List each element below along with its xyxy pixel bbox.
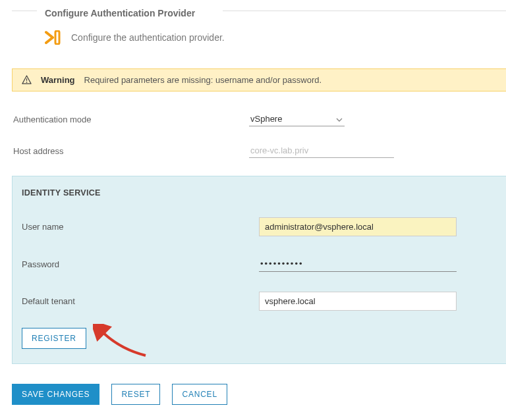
warning-label: Warning	[41, 75, 75, 85]
tenant-label: Default tenant	[22, 296, 259, 306]
provider-arrow-icon	[45, 30, 62, 45]
reset-button[interactable]: RESET	[111, 384, 160, 405]
cancel-button[interactable]: CANCEL	[172, 384, 227, 405]
tenant-input[interactable]	[259, 292, 457, 311]
warning-banner: Warning Required parameters are missing:…	[12, 68, 506, 92]
section-header: Configure Authentication Provider Config…	[12, 0, 506, 50]
warning-icon	[22, 75, 32, 85]
register-button[interactable]: REGISTER	[22, 328, 86, 349]
section-title: Configure Authentication Provider	[45, 8, 506, 18]
host-address-input[interactable]	[249, 144, 394, 158]
svg-rect-0	[55, 31, 59, 44]
identity-panel-title: IDENTITY SERVICE	[22, 188, 497, 197]
section-subtitle: Configure the authentication provider.	[71, 32, 225, 43]
username-input[interactable]	[259, 217, 457, 236]
auth-mode-label: Authentication mode	[12, 115, 249, 124]
username-label: User name	[22, 222, 259, 232]
host-address-label: Host address	[12, 146, 249, 156]
auth-mode-value: vSphere	[250, 114, 282, 124]
warning-message: Required parameters are missing: usernam…	[84, 75, 322, 85]
auth-mode-select[interactable]: vSphere	[249, 112, 345, 126]
password-label: Password	[22, 259, 259, 269]
identity-service-panel: IDENTITY SERVICE User name Password Defa…	[12, 176, 506, 364]
annotation-arrow-icon	[93, 324, 152, 359]
action-bar: SAVE CHANGES RESET CANCEL	[12, 384, 506, 405]
chevron-down-icon	[336, 115, 343, 122]
save-button[interactable]: SAVE CHANGES	[12, 384, 99, 405]
password-input[interactable]	[259, 256, 457, 272]
svg-point-2	[26, 82, 28, 83]
